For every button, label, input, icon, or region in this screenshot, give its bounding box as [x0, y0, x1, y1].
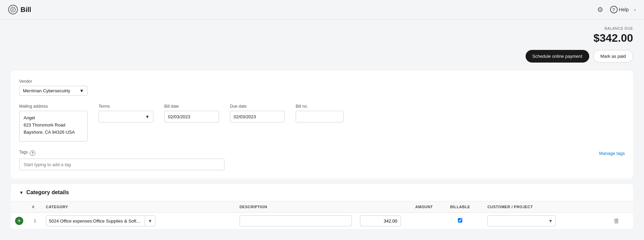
tags-section: Tags ? Manage tags: [19, 150, 625, 170]
category-value: 5024 Office expenses:Office Supplies & S…: [46, 218, 145, 224]
manage-tags-link[interactable]: Manage tags: [599, 151, 625, 156]
tags-label-group: Tags ?: [19, 150, 35, 157]
mailing-address-label: Mailing address: [19, 104, 88, 109]
customer-chevron-icon[interactable]: ▼: [546, 216, 556, 226]
bill-date-input[interactable]: [164, 111, 219, 122]
delete-cell: 🗑: [609, 213, 633, 229]
col-header-hash: #: [28, 201, 42, 213]
category-section: ▼ Category details # CATEGORY DESCRIPTIO…: [11, 184, 633, 229]
due-date-group: Due date: [230, 104, 285, 122]
balance-label: BALANCE DUE: [11, 26, 633, 30]
add-row-button[interactable]: +: [15, 217, 23, 225]
col-header-amount: AMOUNT: [356, 201, 437, 213]
vendor-value: Merriman Cybersecuirty: [23, 88, 70, 93]
schedule-payment-button[interactable]: Schedule online payment: [526, 50, 589, 63]
gear-icon: ⚙: [597, 5, 603, 14]
mailing-address-box: Angel 623 Thorsmork Road Bayshore, CA 94…: [19, 111, 88, 142]
col-header-customer: CUSTOMER / PROJECT: [483, 201, 609, 213]
row-number: 1: [34, 218, 36, 223]
category-header[interactable]: ▼ Category details: [11, 184, 633, 201]
help-label: Help: [619, 7, 629, 12]
category-cell: 5024 Office expenses:Office Supplies & S…: [42, 213, 235, 229]
customer-cell: ▼: [483, 213, 609, 229]
top-bar: Bill ⚙ ? Help ›: [0, 0, 644, 19]
fields-row: Mailing address Angel 623 Thorsmork Road…: [19, 104, 625, 142]
table-row: + 1 5024 Office expenses:Office Supplies…: [11, 213, 633, 229]
col-header-billable: BILLABLE: [437, 201, 484, 213]
expand-icon: ›: [634, 7, 636, 12]
billable-cell: [437, 213, 484, 229]
due-date-input[interactable]: [230, 111, 285, 122]
category-chevron-icon[interactable]: ▼: [145, 216, 155, 226]
row-number-cell: 1: [28, 213, 42, 229]
tags-help-icon[interactable]: ?: [30, 150, 35, 156]
tags-label: Tags: [19, 150, 28, 155]
amount-input[interactable]: [360, 215, 401, 226]
form-section: Vendor Merriman Cybersecuirty ▼ Mailing …: [11, 71, 633, 178]
settings-button[interactable]: ⚙: [596, 4, 605, 15]
balance-section: BALANCE DUE $342.00: [11, 26, 633, 44]
mark-as-paid-button[interactable]: Mark as paid: [593, 50, 633, 63]
mailing-address-group: Mailing address Angel 623 Thorsmork Road…: [19, 104, 88, 142]
tags-header: Tags ? Manage tags: [19, 150, 625, 157]
bill-icon: [8, 5, 18, 14]
trash-icon: 🗑: [614, 217, 620, 225]
add-row-cell: +: [11, 213, 28, 229]
bill-no-group: Bill no.: [296, 104, 344, 122]
col-header-add: [11, 201, 28, 213]
bill-no-label: Bill no.: [296, 104, 344, 109]
address-line2: 623 Thorsmork Road: [24, 122, 83, 129]
billable-checkbox[interactable]: [458, 218, 462, 223]
help-circle-icon: ?: [610, 6, 618, 13]
bill-date-group: Bill date: [164, 104, 219, 122]
bill-date-label: Bill date: [164, 104, 219, 109]
top-bar-right: ⚙ ? Help ›: [596, 4, 636, 15]
category-table: # CATEGORY DESCRIPTION AMOUNT BILLABLE C…: [11, 201, 633, 229]
address-line3: Bayshore, CA 94326 USA: [24, 129, 83, 136]
delete-row-button[interactable]: 🗑: [614, 217, 620, 225]
due-date-label: Due date: [230, 104, 285, 109]
balance-amount: $342.00: [11, 32, 633, 44]
category-title: Category details: [26, 189, 69, 196]
description-input[interactable]: [240, 215, 352, 226]
terms-select[interactable]: ▼: [99, 111, 153, 122]
vendor-chevron-icon: ▼: [79, 88, 84, 93]
category-collapse-icon: ▼: [19, 190, 24, 195]
bill-no-input[interactable]: [296, 111, 344, 122]
table-header-row: # CATEGORY DESCRIPTION AMOUNT BILLABLE C…: [11, 201, 633, 213]
action-buttons: Schedule online payment Mark as paid: [11, 50, 633, 63]
amount-cell: [356, 213, 437, 229]
vendor-row: Vendor Merriman Cybersecuirty ▼: [19, 79, 625, 96]
terms-group: Terms ▼: [99, 104, 153, 122]
vendor-select[interactable]: Merriman Cybersecuirty ▼: [19, 86, 88, 96]
tags-input[interactable]: [19, 159, 224, 170]
description-cell: [235, 213, 356, 229]
col-header-category: CATEGORY: [42, 201, 235, 213]
terms-label: Terms: [99, 104, 153, 109]
col-header-description: DESCRIPTION: [235, 201, 356, 213]
help-button[interactable]: ? Help: [610, 6, 629, 13]
category-select[interactable]: 5024 Office expenses:Office Supplies & S…: [46, 215, 155, 226]
customer-select[interactable]: ▼: [487, 215, 556, 226]
page-title: Bill: [21, 6, 31, 14]
col-header-delete: [609, 201, 633, 213]
vendor-label: Vendor: [19, 79, 625, 84]
main-content: BALANCE DUE $342.00 Schedule online paym…: [0, 19, 644, 239]
top-bar-left: Bill: [8, 5, 31, 14]
address-line1: Angel: [24, 115, 83, 122]
terms-chevron-icon: ▼: [145, 114, 150, 119]
